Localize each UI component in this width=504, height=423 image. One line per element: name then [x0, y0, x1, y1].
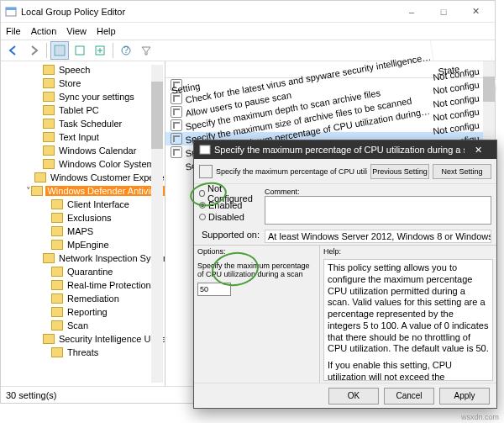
back-icon[interactable]: [4, 41, 23, 60]
minimize-button[interactable]: –: [396, 3, 428, 21]
window-title: Local Group Policy Editor: [21, 7, 396, 17]
help-icon[interactable]: ?: [117, 41, 135, 60]
tree-item[interactable]: Quarantine: [1, 265, 165, 278]
scope-icon[interactable]: [50, 41, 69, 60]
tree-item[interactable]: Sync your settings: [1, 90, 165, 103]
tree-item[interactable]: MpEngine: [1, 238, 165, 251]
state-radio-group: Not Configured Enabled Disabled: [199, 188, 260, 226]
tree-pane[interactable]: SpeechStoreSync your settingsTablet PCTa…: [1, 61, 165, 386]
tree-item[interactable]: Network Inspection System: [1, 251, 165, 265]
tree-item-label: Remediation: [66, 293, 121, 304]
tree-item[interactable]: ˅Windows Defender Antivirus: [1, 184, 165, 198]
tree-item-label: MpEngine: [66, 240, 111, 250]
folder-icon: [51, 199, 63, 209]
tree-item-label: Client Interface: [66, 199, 131, 209]
policy-item-icon: [171, 146, 182, 158]
tree-item[interactable]: MAPS: [1, 225, 165, 238]
tree-item[interactable]: Text Input: [1, 130, 165, 144]
options-heading: Options:: [197, 247, 316, 259]
folder-icon: [34, 172, 46, 182]
tree-item[interactable]: Exclusions: [1, 211, 165, 225]
menu-view[interactable]: View: [66, 26, 87, 36]
tree-item-label: Store: [57, 78, 82, 88]
dialog-title: Specify the maximum percentage of CPU ut…: [214, 145, 465, 155]
radio-disabled-label: Disabled: [208, 212, 244, 222]
cancel-button[interactable]: Cancel: [384, 388, 434, 404]
supported-value: At least Windows Server 2012, Windows 8 …: [265, 230, 491, 243]
comment-textarea[interactable]: [265, 196, 491, 225]
policy-dialog: Specify the maximum percentage of CPU ut…: [193, 140, 497, 409]
tree-item-label: Windows Color System: [57, 159, 156, 169]
radio-not-configured[interactable]: Not Configured: [199, 188, 260, 199]
tree-item[interactable]: Windows Color System: [1, 157, 165, 171]
tree-item[interactable]: Scan: [1, 319, 165, 332]
tree-item-label: Speech: [57, 65, 92, 75]
folder-icon: [31, 186, 43, 196]
apply-button[interactable]: Apply: [439, 388, 490, 404]
tree-item[interactable]: Store: [1, 77, 165, 90]
tree-item[interactable]: Real-time Protection: [1, 278, 165, 292]
dialog-header: Specify the maximum percentage of CPU ut…: [194, 159, 496, 184]
tree-item-label: Exclusions: [66, 213, 113, 223]
folder-icon: [43, 92, 55, 102]
supported-row: Supported on: At least Windows Server 20…: [194, 230, 496, 245]
tree-item[interactable]: Windows Calendar: [1, 144, 165, 157]
tree-item[interactable]: Threats: [1, 346, 165, 359]
folder-icon: [43, 253, 55, 263]
tree-item-label: Windows Defender Antivirus: [45, 186, 165, 196]
ok-button[interactable]: OK: [328, 388, 379, 404]
previous-setting-button[interactable]: Previous Setting: [370, 164, 429, 179]
close-button[interactable]: ✕: [459, 3, 491, 21]
tree-item-label: Scan: [66, 320, 90, 330]
refresh-icon[interactable]: [71, 41, 89, 60]
option-desc: Specify the maximum percentage of CPU ut…: [197, 262, 316, 279]
tree-item[interactable]: Reporting: [1, 305, 165, 319]
toolbar-separator: [113, 43, 113, 58]
next-setting-button[interactable]: Next Setting: [433, 164, 491, 179]
policy-item-icon: [171, 133, 182, 145]
policy-item-icon: [171, 119, 182, 131]
tree-item-label: MAPS: [66, 226, 95, 236]
tree-item[interactable]: Client Interface: [1, 198, 165, 211]
export-icon[interactable]: [91, 41, 109, 60]
help-text: This policy setting allows you to config…: [323, 259, 493, 381]
help-p2: If you enable this setting, CPU utilizat…: [328, 360, 489, 381]
tree-item[interactable]: Windows Customer Experience Im: [1, 171, 165, 184]
help-heading: Help:: [323, 247, 493, 259]
options-panel: Options: Specify the maximum percentage …: [194, 246, 320, 383]
dialog-icon: [199, 144, 211, 156]
radio-disabled[interactable]: Disabled: [199, 211, 260, 223]
filter-icon[interactable]: [137, 41, 155, 60]
tree-item[interactable]: Remediation: [1, 292, 165, 305]
tree-item-label: Real-time Protection: [66, 280, 153, 290]
dialog-subtitle: Specify the maximum percentage of CPU ut…: [216, 167, 367, 176]
tree-item-label: Quarantine: [66, 267, 114, 277]
folder-icon: [51, 347, 63, 357]
tree-scrollbar[interactable]: [151, 65, 163, 383]
dialog-footer: OK Cancel Apply: [194, 383, 496, 408]
dialog-body: Not Configured Enabled Disabled Comment:…: [194, 184, 496, 383]
tree-item[interactable]: Task Scheduler: [1, 117, 165, 130]
tree-item[interactable]: Security Intelligence Updates: [1, 332, 165, 346]
dialog-titlebar: Specify the maximum percentage of CPU ut…: [194, 140, 496, 159]
maximize-button[interactable]: □: [428, 3, 459, 21]
comment-label: Comment:: [265, 188, 491, 196]
cpu-percentage-input[interactable]: [197, 283, 231, 296]
menu-file[interactable]: File: [6, 26, 21, 36]
dialog-close-icon[interactable]: ✕: [465, 145, 491, 156]
tree-item-label: Task Scheduler: [57, 119, 123, 129]
tree-item-label: Security Intelligence Updates: [57, 334, 165, 344]
menu-help[interactable]: Help: [97, 26, 116, 36]
menu-action[interactable]: Action: [31, 26, 57, 36]
app-icon: [4, 5, 18, 19]
tree-scroll-thumb[interactable]: [151, 82, 163, 149]
tree-item[interactable]: Speech: [1, 63, 165, 77]
tree-item[interactable]: Tablet PC: [1, 103, 165, 117]
folder-icon: [51, 293, 63, 304]
forward-icon[interactable]: [24, 41, 43, 60]
folder-icon: [43, 159, 55, 169]
window-controls: – □ ✕: [396, 3, 491, 21]
comment-block: Comment:: [265, 188, 491, 226]
list-scroll-thumb[interactable]: [483, 77, 495, 102]
radio-enabled-label: Enabled: [208, 200, 242, 210]
